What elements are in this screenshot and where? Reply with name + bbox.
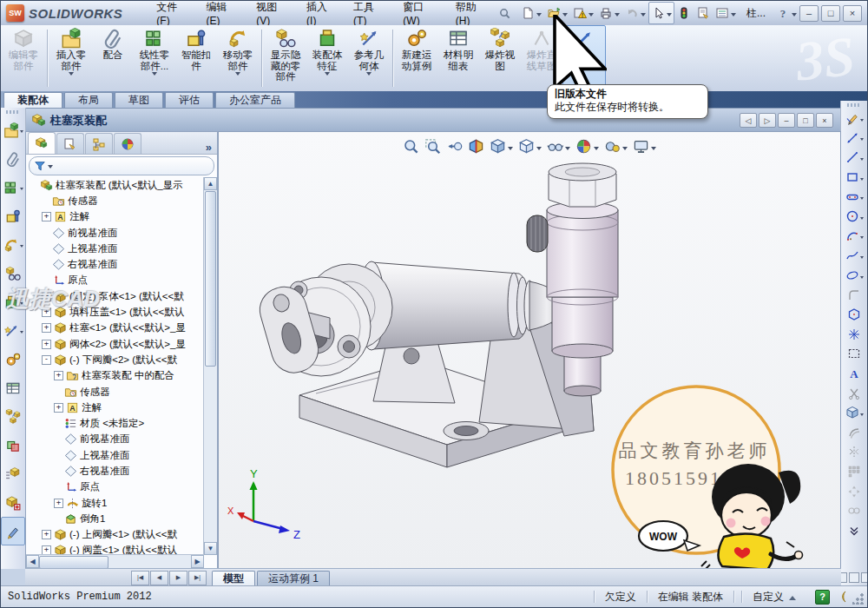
tree-item[interactable]: 材质 <未指定> xyxy=(26,415,204,431)
dropdown-arrow[interactable] xyxy=(860,256,864,261)
dropdown-arrow[interactable] xyxy=(792,13,797,19)
previous-frame-button[interactable]: ◀ xyxy=(150,571,168,585)
more-chevron-button[interactable] xyxy=(841,520,867,540)
line-button[interactable] xyxy=(841,148,867,168)
horizontal-scroll-thumb[interactable] xyxy=(39,556,108,569)
tree-item[interactable]: 前视基准面 xyxy=(26,432,204,447)
tab-4[interactable]: 办公室产品 xyxy=(215,92,295,108)
tree-item[interactable]: +柱塞<1> (默认<<默认>_显 xyxy=(26,321,204,336)
new-motion-study-button[interactable] xyxy=(1,345,25,373)
dropdown-arrow[interactable] xyxy=(235,72,240,78)
tree-horizontal-scrollbar[interactable]: ◀ ▶ xyxy=(26,554,204,568)
tree-item[interactable]: 右视基准面 xyxy=(26,463,204,479)
file-properties-button[interactable] xyxy=(694,2,713,24)
dropdown-arrow[interactable] xyxy=(860,413,864,418)
scroll-up-button[interactable]: ▲ xyxy=(204,177,217,190)
mate-button[interactable] xyxy=(1,144,25,173)
ribbon-assembly-features-button[interactable]: 装配体 特征 xyxy=(306,25,348,91)
convert-entities-button[interactable] xyxy=(841,403,867,423)
expand-icon[interactable]: + xyxy=(42,212,51,221)
ribbon-move-component-button[interactable]: 移动零 部件 xyxy=(217,25,259,91)
dropdown-arrow[interactable] xyxy=(860,276,864,281)
tab-model[interactable]: 模型 xyxy=(212,571,255,586)
menu-item[interactable]: 文件(F) xyxy=(145,0,194,29)
tree-item[interactable]: +阀体<2> (默认<<默认>_显 xyxy=(26,336,204,352)
dropdown-arrow[interactable] xyxy=(20,302,23,307)
expand-icon[interactable]: + xyxy=(42,530,51,539)
search-icon[interactable] xyxy=(498,7,511,20)
expand-icon[interactable]: + xyxy=(54,403,63,413)
rebuild-traffic-light-button[interactable] xyxy=(674,2,694,24)
show-hidden-components-button[interactable] xyxy=(1,259,25,287)
dropdown-arrow[interactable] xyxy=(69,72,74,78)
resize-grip[interactable] xyxy=(852,592,865,605)
menu-item[interactable]: 视图(V) xyxy=(245,0,295,29)
dropdown-arrow[interactable] xyxy=(860,197,864,202)
dropdown-arrow[interactable] xyxy=(860,119,864,123)
ribbon-reference-geometry-button[interactable]: 参考几 何体 xyxy=(348,25,390,91)
scroll-down-button[interactable]: ▼ xyxy=(204,542,217,555)
tree-filter-input[interactable] xyxy=(29,156,214,175)
tree-item[interactable]: 倒角1 xyxy=(26,511,204,526)
dropdown-arrow[interactable] xyxy=(667,13,672,19)
assembly-features-button[interactable] xyxy=(1,287,25,316)
edit-sketch-pencil-button[interactable] xyxy=(1,517,25,545)
ribbon-bill-of-materials-button[interactable]: 材料明 细表 xyxy=(437,25,479,91)
dropdown-arrow[interactable] xyxy=(615,13,620,19)
tab-1[interactable]: 布局 xyxy=(64,92,113,108)
last-frame-button[interactable]: ▶| xyxy=(188,571,207,585)
active-document-menu[interactable]: 柱... xyxy=(739,2,773,24)
tree-item[interactable]: +旋转1 xyxy=(26,495,204,511)
first-frame-button[interactable]: |◀ xyxy=(131,571,149,585)
previous-document-button[interactable]: ◁ xyxy=(740,113,757,128)
dropdown-arrow[interactable] xyxy=(860,158,864,162)
options-list-button[interactable] xyxy=(713,2,739,24)
tree-item[interactable]: +A注解 xyxy=(26,209,204,225)
ribbon-insert-component-button[interactable]: 插入零 部件 xyxy=(50,25,92,91)
tree-item[interactable]: +(-) 上阀瓣<1> (默认<<默 xyxy=(26,527,204,543)
new-doc-button[interactable] xyxy=(518,2,544,24)
expand-icon[interactable]: + xyxy=(42,323,51,333)
assembly-visualization-button[interactable] xyxy=(1,488,25,517)
ribbon-new-motion-study-button[interactable]: 新建运 动算例 xyxy=(396,25,437,91)
dropdown-arrow[interactable] xyxy=(860,217,864,221)
reference-geometry-button[interactable] xyxy=(1,316,25,345)
dropdown-arrow[interactable] xyxy=(20,188,23,192)
interference-check-button[interactable] xyxy=(1,431,25,459)
dropdown-arrow[interactable] xyxy=(731,13,736,19)
scroll-right-button[interactable]: ▶ xyxy=(191,555,204,568)
large-assembly-mode-button[interactable] xyxy=(1,459,25,488)
featuremanager-tree-tab[interactable] xyxy=(28,132,56,154)
sketch-pencil-button[interactable] xyxy=(841,109,867,129)
dropdown-arrow[interactable] xyxy=(20,245,23,249)
toolbar-grip[interactable] xyxy=(847,103,861,107)
ribbon-linear-component-pattern-button[interactable]: 线性零 部件... xyxy=(134,25,175,91)
status-custom-dropdown[interactable]: 自定义 xyxy=(742,590,806,605)
bill-of-materials-button[interactable] xyxy=(1,373,25,402)
tab-motion-study[interactable]: 运动算例 1 xyxy=(257,571,330,586)
tree-item[interactable]: 传感器 xyxy=(26,193,204,208)
select-arrow-button[interactable] xyxy=(648,2,674,24)
next-frame-button[interactable]: ▶ xyxy=(169,571,187,585)
ribbon-smart-fasteners-button[interactable]: 智能扣 件 xyxy=(175,25,217,91)
quick-tips-help-icon[interactable]: ? xyxy=(815,590,830,605)
expand-icon[interactable]: + xyxy=(54,371,63,380)
menu-item[interactable]: 工具(T) xyxy=(342,0,391,29)
filter-dropdown-arrow[interactable] xyxy=(48,165,53,171)
tree-item[interactable]: 右视基准面 xyxy=(26,256,204,272)
spline-button[interactable] xyxy=(841,246,867,266)
tree-item[interactable]: +A注解 xyxy=(26,400,204,415)
menu-item[interactable]: 编辑(E) xyxy=(195,0,246,29)
dropdown-arrow[interactable] xyxy=(860,236,864,241)
panel-expand-chevron[interactable]: » xyxy=(206,141,212,154)
next-document-button[interactable]: ▷ xyxy=(759,113,776,128)
ribbon-exploded-view-button[interactable]: 爆炸视 图 xyxy=(479,25,521,91)
point-button[interactable] xyxy=(841,325,867,345)
toolbar-grip[interactable] xyxy=(6,110,20,114)
exploded-view-button[interactable] xyxy=(1,402,25,431)
collapse-icon[interactable]: - xyxy=(42,355,51,365)
rectangle-button[interactable] xyxy=(841,168,867,188)
doc-close-button[interactable]: × xyxy=(816,113,833,128)
linear-component-pattern-button[interactable] xyxy=(1,173,25,202)
menu-item[interactable]: 窗口(W) xyxy=(391,0,444,29)
